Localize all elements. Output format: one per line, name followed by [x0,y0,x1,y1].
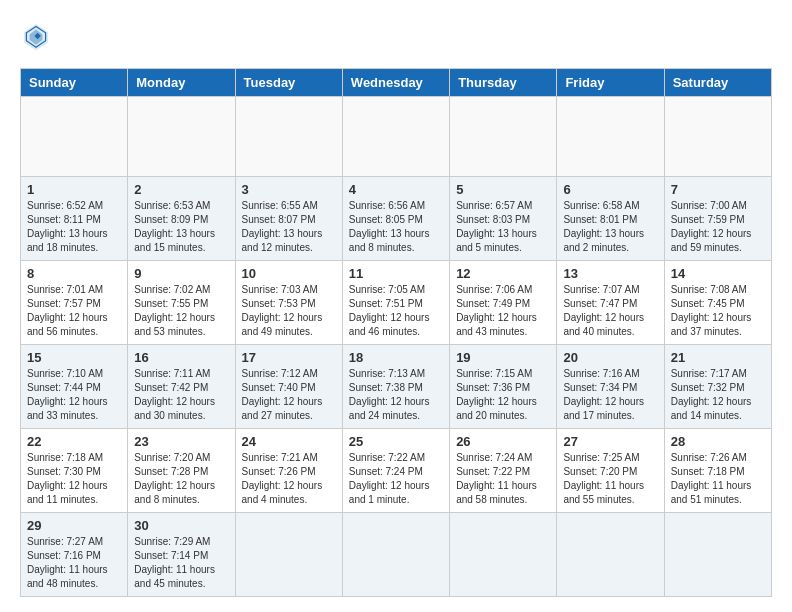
calendar-header-row: SundayMondayTuesdayWednesdayThursdayFrid… [21,69,772,97]
calendar-cell: 5Sunrise: 6:57 AM Sunset: 8:03 PM Daylig… [450,177,557,261]
calendar-cell [342,97,449,177]
calendar-table: SundayMondayTuesdayWednesdayThursdayFrid… [20,68,772,597]
day-info: Sunrise: 7:11 AM Sunset: 7:42 PM Dayligh… [134,367,228,423]
calendar-cell [450,513,557,597]
calendar-cell [557,97,664,177]
day-info: Sunrise: 7:15 AM Sunset: 7:36 PM Dayligh… [456,367,550,423]
day-number: 21 [671,350,765,365]
calendar-cell: 25Sunrise: 7:22 AM Sunset: 7:24 PM Dayli… [342,429,449,513]
calendar-cell: 7Sunrise: 7:00 AM Sunset: 7:59 PM Daylig… [664,177,771,261]
day-info: Sunrise: 7:18 AM Sunset: 7:30 PM Dayligh… [27,451,121,507]
day-number: 14 [671,266,765,281]
day-info: Sunrise: 7:16 AM Sunset: 7:34 PM Dayligh… [563,367,657,423]
day-info: Sunrise: 7:21 AM Sunset: 7:26 PM Dayligh… [242,451,336,507]
calendar-cell [664,97,771,177]
calendar-cell: 15Sunrise: 7:10 AM Sunset: 7:44 PM Dayli… [21,345,128,429]
col-header-saturday: Saturday [664,69,771,97]
calendar-cell [557,513,664,597]
calendar-cell: 10Sunrise: 7:03 AM Sunset: 7:53 PM Dayli… [235,261,342,345]
day-info: Sunrise: 7:17 AM Sunset: 7:32 PM Dayligh… [671,367,765,423]
day-number: 25 [349,434,443,449]
calendar-cell: 1Sunrise: 6:52 AM Sunset: 8:11 PM Daylig… [21,177,128,261]
calendar-cell: 8Sunrise: 7:01 AM Sunset: 7:57 PM Daylig… [21,261,128,345]
calendar-week-row: 8Sunrise: 7:01 AM Sunset: 7:57 PM Daylig… [21,261,772,345]
calendar-cell: 19Sunrise: 7:15 AM Sunset: 7:36 PM Dayli… [450,345,557,429]
day-info: Sunrise: 7:03 AM Sunset: 7:53 PM Dayligh… [242,283,336,339]
calendar-cell: 18Sunrise: 7:13 AM Sunset: 7:38 PM Dayli… [342,345,449,429]
logo-icon [20,20,52,52]
day-info: Sunrise: 6:52 AM Sunset: 8:11 PM Dayligh… [27,199,121,255]
day-info: Sunrise: 7:13 AM Sunset: 7:38 PM Dayligh… [349,367,443,423]
calendar-cell: 9Sunrise: 7:02 AM Sunset: 7:55 PM Daylig… [128,261,235,345]
calendar-week-row: 1Sunrise: 6:52 AM Sunset: 8:11 PM Daylig… [21,177,772,261]
day-info: Sunrise: 6:53 AM Sunset: 8:09 PM Dayligh… [134,199,228,255]
calendar-cell: 11Sunrise: 7:05 AM Sunset: 7:51 PM Dayli… [342,261,449,345]
day-number: 22 [27,434,121,449]
calendar-cell: 27Sunrise: 7:25 AM Sunset: 7:20 PM Dayli… [557,429,664,513]
day-number: 2 [134,182,228,197]
calendar-cell [235,513,342,597]
day-info: Sunrise: 7:00 AM Sunset: 7:59 PM Dayligh… [671,199,765,255]
day-number: 8 [27,266,121,281]
calendar-week-row: 29Sunrise: 7:27 AM Sunset: 7:16 PM Dayli… [21,513,772,597]
day-info: Sunrise: 7:22 AM Sunset: 7:24 PM Dayligh… [349,451,443,507]
calendar-cell: 26Sunrise: 7:24 AM Sunset: 7:22 PM Dayli… [450,429,557,513]
day-info: Sunrise: 7:12 AM Sunset: 7:40 PM Dayligh… [242,367,336,423]
col-header-wednesday: Wednesday [342,69,449,97]
calendar-cell: 24Sunrise: 7:21 AM Sunset: 7:26 PM Dayli… [235,429,342,513]
day-number: 4 [349,182,443,197]
day-number: 6 [563,182,657,197]
day-info: Sunrise: 7:10 AM Sunset: 7:44 PM Dayligh… [27,367,121,423]
calendar-cell: 29Sunrise: 7:27 AM Sunset: 7:16 PM Dayli… [21,513,128,597]
day-number: 18 [349,350,443,365]
calendar-cell [128,97,235,177]
col-header-friday: Friday [557,69,664,97]
day-number: 23 [134,434,228,449]
day-info: Sunrise: 7:26 AM Sunset: 7:18 PM Dayligh… [671,451,765,507]
day-number: 16 [134,350,228,365]
calendar-cell [235,97,342,177]
day-number: 5 [456,182,550,197]
calendar-cell: 16Sunrise: 7:11 AM Sunset: 7:42 PM Dayli… [128,345,235,429]
day-number: 24 [242,434,336,449]
logo [20,20,56,52]
day-info: Sunrise: 6:58 AM Sunset: 8:01 PM Dayligh… [563,199,657,255]
day-number: 27 [563,434,657,449]
calendar-week-row: 22Sunrise: 7:18 AM Sunset: 7:30 PM Dayli… [21,429,772,513]
day-info: Sunrise: 7:24 AM Sunset: 7:22 PM Dayligh… [456,451,550,507]
calendar-week-row [21,97,772,177]
day-info: Sunrise: 7:06 AM Sunset: 7:49 PM Dayligh… [456,283,550,339]
day-number: 9 [134,266,228,281]
calendar-cell: 20Sunrise: 7:16 AM Sunset: 7:34 PM Dayli… [557,345,664,429]
day-number: 10 [242,266,336,281]
calendar-cell: 21Sunrise: 7:17 AM Sunset: 7:32 PM Dayli… [664,345,771,429]
calendar-cell: 12Sunrise: 7:06 AM Sunset: 7:49 PM Dayli… [450,261,557,345]
calendar-cell [342,513,449,597]
calendar-cell: 14Sunrise: 7:08 AM Sunset: 7:45 PM Dayli… [664,261,771,345]
col-header-monday: Monday [128,69,235,97]
calendar-cell [21,97,128,177]
day-info: Sunrise: 6:55 AM Sunset: 8:07 PM Dayligh… [242,199,336,255]
day-number: 1 [27,182,121,197]
day-info: Sunrise: 7:20 AM Sunset: 7:28 PM Dayligh… [134,451,228,507]
calendar-cell: 28Sunrise: 7:26 AM Sunset: 7:18 PM Dayli… [664,429,771,513]
calendar-cell: 30Sunrise: 7:29 AM Sunset: 7:14 PM Dayli… [128,513,235,597]
day-number: 3 [242,182,336,197]
col-header-tuesday: Tuesday [235,69,342,97]
calendar-cell: 2Sunrise: 6:53 AM Sunset: 8:09 PM Daylig… [128,177,235,261]
calendar-cell [664,513,771,597]
day-info: Sunrise: 6:57 AM Sunset: 8:03 PM Dayligh… [456,199,550,255]
day-info: Sunrise: 7:02 AM Sunset: 7:55 PM Dayligh… [134,283,228,339]
day-number: 28 [671,434,765,449]
calendar-week-row: 15Sunrise: 7:10 AM Sunset: 7:44 PM Dayli… [21,345,772,429]
day-info: Sunrise: 7:07 AM Sunset: 7:47 PM Dayligh… [563,283,657,339]
day-number: 20 [563,350,657,365]
day-info: Sunrise: 7:25 AM Sunset: 7:20 PM Dayligh… [563,451,657,507]
day-info: Sunrise: 7:08 AM Sunset: 7:45 PM Dayligh… [671,283,765,339]
day-info: Sunrise: 7:27 AM Sunset: 7:16 PM Dayligh… [27,535,121,591]
calendar-cell: 23Sunrise: 7:20 AM Sunset: 7:28 PM Dayli… [128,429,235,513]
day-info: Sunrise: 6:56 AM Sunset: 8:05 PM Dayligh… [349,199,443,255]
day-number: 15 [27,350,121,365]
day-info: Sunrise: 7:05 AM Sunset: 7:51 PM Dayligh… [349,283,443,339]
day-number: 7 [671,182,765,197]
